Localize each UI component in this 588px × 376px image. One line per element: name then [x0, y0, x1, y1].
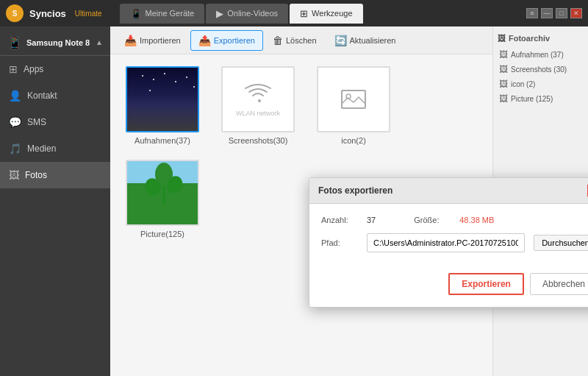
loeschen-button[interactable]: 🗑 Löschen [265, 30, 325, 51]
anzahl-label: Anzahl: [321, 216, 358, 224]
right-panel-title-text: Fotoarchiv [509, 34, 550, 43]
right-panel-item-aufnahmen[interactable]: 🖼 Aufnahmen (37) [498, 47, 584, 62]
nature-image [127, 161, 198, 224]
delete-icon: 🗑 [273, 35, 283, 46]
photo-thumb-picture[interactable] [126, 160, 199, 226]
sidebar-item-medien-label: Medien [27, 143, 56, 154]
photo-thumb-screenshots[interactable]: WLAN network [221, 66, 295, 132]
kontakt-icon: 👤 [9, 90, 21, 102]
tab-werkzeuge-label: Werkzeuge [312, 9, 352, 18]
right-panel-item-picture[interactable]: 🖼 Picture (125) [498, 91, 584, 106]
panel-aufnahmen-icon: 🖼 [499, 49, 508, 60]
pfad-input[interactable] [367, 233, 525, 252]
nature-svg [127, 161, 199, 226]
apps-icon: ⊞ [9, 63, 18, 75]
modal-header: Fotos exportieren ✕ [309, 178, 588, 204]
modal-anzahl-row: Anzahl: 37 Größe: 48.38 MB [321, 216, 588, 224]
loeschen-label: Löschen [286, 36, 317, 45]
importieren-button[interactable]: 📥 Importieren [116, 30, 189, 51]
panel-icon-icon: 🖼 [499, 79, 508, 89]
device-arrow-icon: ▲ [96, 38, 103, 46]
device-header: 📱 Samsung Note 8 ▲ [0, 29, 110, 56]
wlan-label: WLAN network [236, 110, 280, 117]
photo-label-aufnahmen: Aufnahmen(37) [135, 136, 190, 145]
panel-picture-label: Picture (125) [511, 95, 553, 103]
photo-item-picture[interactable]: Picture(125) [122, 160, 203, 238]
modal-abbrechen-button[interactable]: Abbrechen [530, 273, 588, 295]
sidebar-item-apps[interactable]: ⊞ Apps [0, 56, 110, 82]
refresh-icon: 🔄 [334, 35, 347, 46]
modal-exportieren-button[interactable]: Exportieren [448, 273, 524, 295]
image-placeholder-svg [339, 85, 368, 114]
title-bar: S Syncios Ultimate 📱 Meine Geräte ▶ Onli… [0, 0, 588, 26]
sidebar-item-medien[interactable]: 🎵 Medien [0, 135, 110, 162]
exportieren-button[interactable]: 📤 Exportieren [190, 30, 263, 51]
modal-pfad-row: Pfad: Durchsuchen [321, 233, 588, 252]
panel-aufnahmen-label: Aufnahmen (37) [511, 51, 564, 59]
right-panel-item-icon[interactable]: 🖼 icon (2) [498, 77, 584, 91]
app-edition: Ultimate [75, 10, 102, 18]
sidebar-item-fotos-label: Fotos [25, 170, 47, 180]
modal-title: Fotos exportieren [318, 185, 392, 196]
right-panel-item-screenshots[interactable]: 🖼 Screenshots (30) [498, 62, 584, 77]
play-icon: ▶ [216, 8, 223, 19]
app-logo: S [6, 4, 24, 22]
close-button[interactable]: ✕ [570, 8, 582, 18]
photo-thumb-icon[interactable] [317, 66, 390, 132]
sidebar: 📱 Samsung Note 8 ▲ ⊞ Apps 👤 Kontakt 💬 SM… [0, 26, 110, 376]
sidebar-item-apps-label: Apps [24, 64, 43, 74]
export-icon: 📤 [198, 35, 211, 46]
minimize-button[interactable]: — [541, 8, 553, 18]
main-layout: 📱 Samsung Note 8 ▲ ⊞ Apps 👤 Kontakt 💬 SM… [0, 26, 588, 376]
photo-thumb-aufnahmen[interactable] [126, 66, 199, 132]
sidebar-item-sms[interactable]: 💬 SMS [0, 109, 110, 135]
maximize-button[interactable]: □ [556, 8, 567, 18]
svg-rect-0 [342, 91, 365, 108]
panel-icon-label: icon (2) [511, 80, 535, 88]
fotos-icon: 🖼 [9, 169, 19, 181]
sidebar-item-sms-label: SMS [27, 117, 46, 127]
tab-online-videos-label: Online-Videos [227, 9, 278, 18]
content-wrapper: 📥 Importieren 📤 Exportieren 🗑 Löschen 🔄 … [110, 26, 492, 376]
archive-icon: 🖼 [498, 34, 506, 43]
window-controls: ≡ — □ ✕ [526, 8, 582, 18]
toolbar: 📥 Importieren 📤 Exportieren 🗑 Löschen 🔄 … [110, 26, 492, 54]
wifi-svg-icon [243, 82, 273, 105]
durchsuchen-button[interactable]: Durchsuchen [534, 235, 588, 251]
device-name: Samsung Note 8 [26, 38, 90, 47]
tab-meine-geraete[interactable]: 📱 Meine Geräte [120, 4, 205, 24]
right-panel-title: 🖼 Fotoarchiv [498, 31, 584, 47]
photo-label-picture: Picture(125) [140, 230, 184, 238]
tools-icon: ⊞ [300, 8, 308, 19]
photo-label-screenshots: Screenshots(30) [229, 136, 288, 145]
photo-label-icon: icon(2) [341, 136, 366, 145]
photo-item-screenshots[interactable]: WLAN network Screenshots(30) [218, 66, 298, 145]
photo-item-aufnahmen[interactable]: Aufnahmen(37) [122, 66, 203, 145]
app-name: Syncios [29, 8, 66, 19]
tab-online-videos[interactable]: ▶ Online-Videos [206, 4, 288, 24]
panel-picture-icon: 🖼 [499, 93, 508, 104]
tab-meine-geraete-label: Meine Geräte [146, 9, 195, 18]
importieren-label: Importieren [140, 36, 181, 45]
title-tabs: 📱 Meine Geräte ▶ Online-Videos ⊞ Werkzeu… [120, 4, 520, 24]
phone-icon: 📱 [130, 8, 142, 19]
photo-item-icon[interactable]: icon(2) [313, 66, 394, 145]
exportieren-label: Exportieren [214, 36, 255, 45]
aktualisieren-label: Aktualisieren [350, 36, 396, 45]
modal-body: Anzahl: 37 Größe: 48.38 MB Pfad: Durchsu… [309, 204, 588, 273]
tab-werkzeuge[interactable]: ⊞ Werkzeuge [290, 4, 362, 24]
menu-button[interactable]: ≡ [526, 8, 538, 18]
groesse-value: 48.38 MB [459, 216, 494, 224]
sidebar-item-kontakt[interactable]: 👤 Kontakt [0, 82, 110, 109]
aktualisieren-button[interactable]: 🔄 Aktualisieren [326, 30, 404, 51]
sidebar-item-kontakt-label: Kontakt [27, 91, 57, 101]
anzahl-value: 37 [367, 216, 376, 224]
panel-screenshots-icon: 🖼 [499, 64, 508, 74]
wifi-image: WLAN network [223, 68, 293, 131]
image-placeholder [318, 68, 389, 131]
night-sky-image [127, 68, 198, 131]
export-modal: Fotos exportieren ✕ Anzahl: 37 Größe: 48… [309, 177, 588, 308]
groesse-label: Größe: [414, 216, 451, 224]
sidebar-item-fotos[interactable]: 🖼 Fotos [0, 162, 110, 188]
import-icon: 📥 [124, 35, 137, 46]
